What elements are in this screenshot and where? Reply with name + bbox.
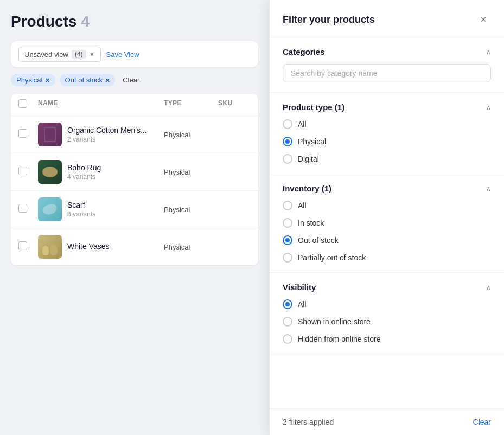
product-type-radio-physical[interactable] xyxy=(283,137,292,146)
visibility-section-title: Visibility xyxy=(283,283,316,292)
inventory-chevron-icon: ∧ xyxy=(486,185,491,193)
category-search-input[interactable] xyxy=(283,64,491,82)
inventory-option-partial[interactable]: Partially out of stock xyxy=(283,253,491,263)
view-count-badge: (4) xyxy=(72,50,86,59)
unsaved-view-label: Unsaved view xyxy=(24,50,68,59)
scarf-thumbnail xyxy=(38,197,62,221)
filter-section-product-type: Product type (1) ∧ All Physical Digital xyxy=(270,93,504,174)
inventory-radio-all[interactable] xyxy=(283,201,292,210)
visibility-option-all[interactable]: All xyxy=(283,299,491,309)
row-1-checkbox[interactable] xyxy=(18,129,27,138)
table-row: Boho Rug 4 variants Physical xyxy=(11,153,258,191)
inventory-label-partial: Partially out of stock xyxy=(298,253,366,262)
product-name-4: White Vases xyxy=(67,242,110,251)
save-view-link[interactable]: Save View xyxy=(106,50,139,59)
product-info-3: Scarf 8 variants xyxy=(38,197,164,221)
row-3-checkbox[interactable] xyxy=(18,204,27,213)
chip-out-of-stock: Out of stock × xyxy=(60,74,116,86)
product-thumb-2 xyxy=(38,160,62,184)
table-header: Name Type SKU xyxy=(11,94,258,116)
inventory-option-in-stock[interactable]: In stock xyxy=(283,218,491,228)
product-table: Name Type SKU Organic Cotton Men's... 2 … xyxy=(11,94,258,265)
toolbar: Unsaved view (4) ▼ Save View xyxy=(11,41,258,67)
col-name-header: Name xyxy=(38,99,164,110)
product-info-2: Boho Rug 4 variants xyxy=(38,160,164,184)
filter-chips-bar: Physical × Out of stock × Clear xyxy=(11,74,258,86)
product-details-1: Organic Cotton Men's... 2 variants xyxy=(67,126,147,143)
visibility-section-header[interactable]: Visibility ∧ xyxy=(283,283,491,292)
product-type-radio-all[interactable] xyxy=(283,119,292,129)
filter-panel-body: Categories ∧ Product type (1) ∧ All Phys… xyxy=(270,37,504,408)
vases-thumbnail xyxy=(38,235,62,259)
product-name-3: Scarf xyxy=(67,201,95,209)
inventory-radio-group: All In stock Out of stock Partially out … xyxy=(283,201,491,263)
visibility-option-hidden[interactable]: Hidden from online store xyxy=(283,334,491,344)
visibility-radio-hidden[interactable] xyxy=(283,334,292,344)
table-row: White Vases Physical xyxy=(11,228,258,265)
main-content: Products 4 Unsaved view (4) ▼ Save View … xyxy=(0,0,269,435)
product-type-option-digital[interactable]: Digital xyxy=(283,154,491,164)
clear-filters-button[interactable]: Clear xyxy=(119,74,143,86)
product-name-1: Organic Cotton Men's... xyxy=(67,126,147,135)
filter-section-categories: Categories ∧ xyxy=(270,37,504,93)
product-type-label-all: All xyxy=(298,120,307,129)
filter-section-visibility: Visibility ∧ All Shown in online store H… xyxy=(270,273,504,354)
product-details-4: White Vases xyxy=(67,242,110,252)
product-thumb-4 xyxy=(38,235,62,259)
inventory-option-out-of-stock[interactable]: Out of stock xyxy=(283,235,491,245)
footer-clear-button[interactable]: Clear xyxy=(473,418,491,426)
unsaved-view-button[interactable]: Unsaved view (4) ▼ xyxy=(18,47,101,62)
inventory-label-all: All xyxy=(298,201,307,210)
filter-panel-title: Filter your products xyxy=(283,14,375,25)
product-type-section-header[interactable]: Product type (1) ∧ xyxy=(283,103,491,112)
inventory-label-in-stock: In stock xyxy=(298,219,324,227)
visibility-option-shown[interactable]: Shown in online store xyxy=(283,317,491,327)
product-type-2: Physical xyxy=(164,168,218,176)
visibility-radio-group: All Shown in online store Hidden from on… xyxy=(283,299,491,344)
product-type-radio-digital[interactable] xyxy=(283,154,292,164)
categories-section-header[interactable]: Categories ∧ xyxy=(283,47,491,56)
inventory-radio-partial[interactable] xyxy=(283,253,292,263)
product-type-radio-group: All Physical Digital xyxy=(283,119,491,164)
visibility-label-hidden: Hidden from online store xyxy=(298,335,381,343)
page-count: 4 xyxy=(81,13,90,30)
inventory-option-all[interactable]: All xyxy=(283,201,491,210)
chip-physical-label: Physical xyxy=(16,76,42,84)
col-type-header: Type xyxy=(164,99,218,110)
select-all-checkbox[interactable] xyxy=(18,99,27,108)
shirt-thumbnail xyxy=(38,123,62,146)
chevron-down-icon: ▼ xyxy=(90,52,95,57)
visibility-radio-all[interactable] xyxy=(283,299,292,309)
filter-panel: Filter your products × Categories ∧ Prod… xyxy=(269,0,504,435)
inventory-radio-out-of-stock[interactable] xyxy=(283,235,292,245)
product-details-3: Scarf 8 variants xyxy=(67,201,95,218)
product-type-section-title: Product type (1) xyxy=(283,103,344,112)
chip-physical-close[interactable]: × xyxy=(45,76,49,84)
product-type-chevron-icon: ∧ xyxy=(486,104,491,111)
inventory-label-out-of-stock: Out of stock xyxy=(298,236,339,245)
row-4-checkbox[interactable] xyxy=(18,241,27,250)
product-type-option-all[interactable]: All xyxy=(283,119,491,129)
product-variants-1: 2 variants xyxy=(67,136,147,143)
row-checkbox-4[interactable] xyxy=(18,241,38,252)
product-type-option-physical[interactable]: Physical xyxy=(283,137,491,146)
product-type-4: Physical xyxy=(164,243,218,251)
visibility-label-shown: Shown in online store xyxy=(298,317,371,326)
chip-out-of-stock-label: Out of stock xyxy=(65,76,103,84)
chip-out-of-stock-close[interactable]: × xyxy=(105,76,110,84)
page-title-text: Products xyxy=(11,13,76,30)
inventory-section-header[interactable]: Inventory (1) ∧ xyxy=(283,184,491,193)
product-type-3: Physical xyxy=(164,206,218,214)
select-all-checkbox-header[interactable] xyxy=(18,99,38,110)
inventory-radio-in-stock[interactable] xyxy=(283,218,292,228)
visibility-radio-shown[interactable] xyxy=(283,317,292,327)
row-checkbox-2[interactable] xyxy=(18,167,38,177)
product-thumb-3 xyxy=(38,197,62,221)
row-checkbox-3[interactable] xyxy=(18,204,38,215)
row-checkbox-1[interactable] xyxy=(18,129,38,140)
chip-physical: Physical × xyxy=(11,74,55,86)
filter-panel-close-button[interactable]: × xyxy=(476,12,491,27)
inventory-section-title: Inventory (1) xyxy=(283,184,331,193)
col-sku-header: SKU xyxy=(218,99,251,110)
row-2-checkbox[interactable] xyxy=(18,167,27,175)
